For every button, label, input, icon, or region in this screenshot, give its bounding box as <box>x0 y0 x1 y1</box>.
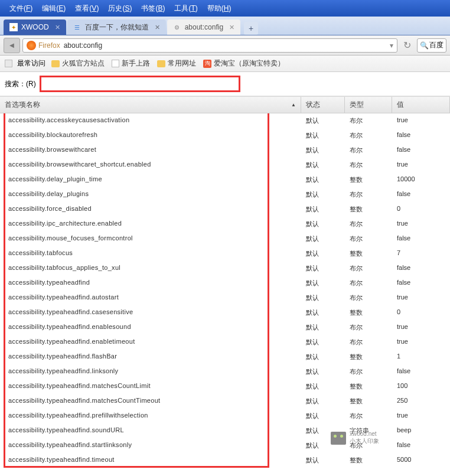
pref-row[interactable]: accessibility.typeaheadfind.linksonly默认布… <box>0 364 450 379</box>
pref-row[interactable]: accessibility.browsewithcaret默认布尔false <box>0 143 450 158</box>
pref-row[interactable]: accessibility.typeaheadfind.enablesound默… <box>0 320 450 335</box>
dropdown-icon[interactable]: ▾ <box>390 41 393 50</box>
pref-value: 0 <box>392 308 450 317</box>
pref-status: 默认 <box>301 161 345 169</box>
bookmark-label: 火狐官方站点 <box>62 58 105 69</box>
pref-name: accessibility.typeaheadfind.timeout <box>0 456 301 465</box>
pref-type: 整数 <box>345 249 392 258</box>
pref-status: 默认 <box>301 367 345 376</box>
config-search-row: 搜索：(R) <box>0 72 450 96</box>
pref-value: beep <box>392 426 450 435</box>
pref-status: 默认 <box>301 338 345 347</box>
pref-row[interactable]: accessibility.typeaheadfind默认布尔false <box>0 276 450 291</box>
page-icon <box>112 60 119 67</box>
pref-name: accessibility.browsewithcaret_shortcut.e… <box>0 161 301 169</box>
bookmark-item[interactable]: 常用网址 <box>154 58 200 69</box>
pref-row[interactable]: accessibility.typeaheadfind.enabletimeou… <box>0 335 450 350</box>
tab[interactable]: ☰百度一下，你就知道✕ <box>67 19 166 35</box>
pref-name: accessibility.tabfocus_applies_to_xul <box>0 264 301 273</box>
pref-row[interactable]: accessibility.browsewithcaret_shortcut.e… <box>0 158 450 172</box>
close-icon[interactable]: ✕ <box>155 24 160 31</box>
col-name[interactable]: 首选项名称 <box>0 97 301 113</box>
pref-type: 布尔 <box>345 234 392 243</box>
menu-item[interactable]: 书签(B) <box>136 4 169 14</box>
menu-item[interactable]: 历史(S) <box>103 4 136 14</box>
pref-row[interactable]: accessibility.typeaheadfind.prefillwiths… <box>0 409 450 423</box>
menu-item[interactable]: 编辑(E) <box>37 4 70 14</box>
pref-name: accessibility.typeaheadfind.autostart <box>0 294 301 302</box>
tab[interactable]: ⚙about:config✕ <box>167 19 240 35</box>
pref-status: 默认 <box>301 397 345 406</box>
pref-type: 布尔 <box>345 367 392 376</box>
url-text: about:config <box>64 41 102 50</box>
new-tab-button[interactable]: + <box>244 22 258 35</box>
pref-type: 布尔 <box>345 146 392 155</box>
pref-value: 100 <box>392 382 450 391</box>
col-type[interactable]: 类型 <box>345 97 392 113</box>
pref-status: 默认 <box>301 175 345 184</box>
pref-name: accessibility.ipc_architecture.enabled <box>0 220 301 229</box>
pref-row[interactable]: accessibility.typeaheadfind.soundURL默认字符… <box>0 423 450 438</box>
col-status[interactable]: 状态 <box>301 97 345 113</box>
pref-row[interactable]: accessibility.accesskeycausesactivation默… <box>0 113 450 128</box>
menu-item[interactable]: 文件(F) <box>5 4 37 14</box>
pref-name: accessibility.typeaheadfind.casesensitiv… <box>0 308 301 317</box>
most-visited-label[interactable]: 最常访问 <box>17 58 45 69</box>
pref-type: 布尔 <box>345 116 392 125</box>
col-value[interactable]: 值 <box>392 97 450 113</box>
url-bar[interactable]: Firefox about:config ▾ <box>22 38 397 53</box>
tab[interactable]: ✦XWOOD✕ <box>4 19 66 35</box>
back-button[interactable]: ◄ <box>4 38 20 53</box>
column-headers: 首选项名称 状态 类型 值 <box>0 96 450 113</box>
pref-row[interactable]: accessibility.delay_plugin_time默认整数10000 <box>0 172 450 187</box>
pref-name: accessibility.typeaheadfind.linksonly <box>0 367 301 376</box>
pref-row[interactable]: accessibility.tabfocus_applies_to_xul默认布… <box>0 261 450 276</box>
pref-row[interactable]: accessibility.typeaheadfind.startlinkson… <box>0 438 450 453</box>
pref-row[interactable]: accessibility.mouse_focuses_formcontrol默… <box>0 232 450 246</box>
pref-row[interactable]: accessibility.typeaheadfind.timeout默认整数5… <box>0 453 450 468</box>
firefox-icon <box>27 41 36 50</box>
bookmark-item[interactable]: 火狐官方站点 <box>48 58 108 69</box>
pref-name: accessibility.typeaheadfind.matchesCount… <box>0 382 301 391</box>
pref-value: false <box>392 190 450 199</box>
pref-status: 默认 <box>301 426 345 435</box>
pref-row[interactable]: accessibility.blockautorefresh默认布尔false <box>0 128 450 143</box>
pref-row[interactable]: accessibility.force_disabled默认整数0 <box>0 202 450 217</box>
pref-status: 默认 <box>301 308 345 317</box>
menu-item[interactable]: 帮助(H) <box>203 4 236 14</box>
pref-row[interactable]: accessibility.ipc_architecture.enabled默认… <box>0 217 450 232</box>
menu-item[interactable]: 工具(T) <box>169 4 202 14</box>
menubar: 文件(F)编辑(E)查看(V)历史(S)书签(B)工具(T)帮助(H) <box>0 0 450 17</box>
pref-status: 默认 <box>301 382 345 391</box>
reload-icon[interactable]: ↻ <box>400 40 415 51</box>
search-bar[interactable]: 🔍 百度 <box>417 38 446 53</box>
menu-item[interactable]: 查看(V) <box>70 4 103 14</box>
pref-name: accessibility.typeaheadfind.flashBar <box>0 353 301 361</box>
bookmark-item[interactable]: 淘爱淘宝（原淘宝特卖） <box>200 58 288 69</box>
close-icon[interactable]: ✕ <box>55 24 60 31</box>
pref-row[interactable]: accessibility.typeaheadfind.flashBar默认整数… <box>0 350 450 364</box>
pref-type: 布尔 <box>345 264 392 273</box>
pref-value: 0 <box>392 205 450 214</box>
pref-row[interactable]: accessibility.typeaheadfind.matchesCount… <box>0 379 450 394</box>
pref-value: false <box>392 264 450 273</box>
search-input[interactable] <box>40 76 240 92</box>
pref-value: true <box>392 220 450 229</box>
pref-status: 默认 <box>301 353 345 361</box>
pref-status: 默认 <box>301 279 345 288</box>
pref-row[interactable]: accessibility.delay_plugins默认布尔false <box>0 187 450 202</box>
pref-type: 整数 <box>345 456 392 465</box>
most-visited-icon <box>5 60 12 67</box>
pref-row[interactable]: accessibility.tabfocus默认整数7 <box>0 246 450 261</box>
pref-row[interactable]: accessibility.typeaheadfind.matchesCount… <box>0 394 450 409</box>
close-icon[interactable]: ✕ <box>229 24 234 31</box>
pref-name: accessibility.force_disabled <box>0 205 301 214</box>
pref-status: 默认 <box>301 205 345 214</box>
pref-row[interactable]: accessibility.typeaheadfind.casesensitiv… <box>0 305 450 320</box>
bookmark-item[interactable]: 新手上路 <box>108 58 154 69</box>
pref-name: accessibility.typeaheadfind.matchesCount… <box>0 397 301 406</box>
pref-value: false <box>392 367 450 376</box>
bookmarks-bar: 最常访问 火狐官方站点新手上路常用网址淘爱淘宝（原淘宝特卖） <box>0 56 450 72</box>
pref-row[interactable]: accessibility.typeaheadfind.autostart默认布… <box>0 291 450 305</box>
search-placeholder: 百度 <box>429 40 444 50</box>
